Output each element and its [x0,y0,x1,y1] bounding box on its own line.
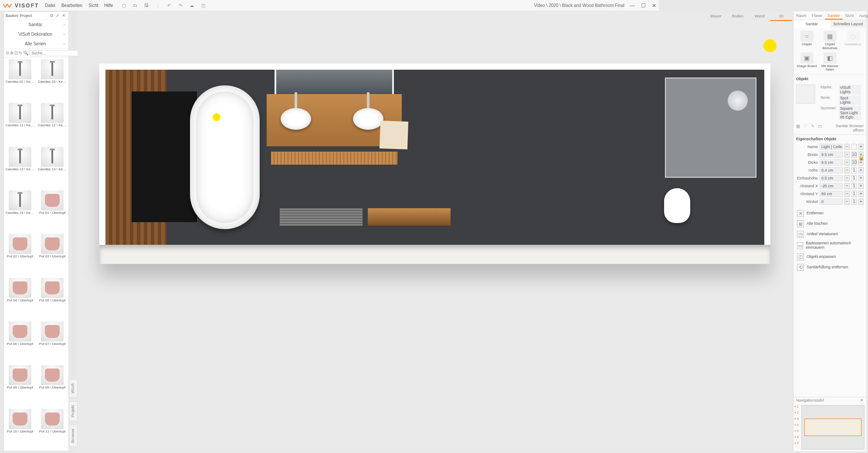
zoom-fit-icon[interactable]: ⊡ [14,51,18,56]
asset-thumb[interactable]: Pot 07 \ Übertopf [36,320,68,344]
asset-thumb[interactable]: Pot 02 \ Übertopf [4,232,36,276]
logo-icon [3,3,13,9]
zoom-out-icon[interactable]: ⊖ [6,51,9,56]
accordion-sanitaer[interactable]: Sanitär› [4,20,68,29]
asset-thumb[interactable]: Pot 04 \ Übertopf [4,276,36,320]
chevron-right-icon: › [63,31,65,37]
titlebar: VISOFT Datei Bearbeiten Sicht Hilfe ▢ 🗀 … [0,0,659,11]
asset-thumb[interactable]: Candles 02 \ Kerze [4,57,36,101]
undo-icon[interactable]: ↶ [166,3,172,9]
room-render [99,64,659,264]
viewport[interactable]: Mauer Boden Wand 3D [78,11,659,344]
chevron-right-icon: › [63,41,65,46]
asset-grid: Candles 02 \ KerzeCandles 03 \ KerzenCan… [4,57,68,344]
menu-hilfe[interactable]: Hilfe [104,3,113,8]
new-file-icon[interactable]: ▢ [121,3,127,9]
redo-icon[interactable]: ↷ [177,3,183,9]
basket-label: Basket: Project [6,14,48,18]
asset-thumb[interactable]: Pot 03 \ Übertopf [36,232,68,276]
accordion-alle-serien[interactable]: Alle Serien› [4,39,68,48]
main-menu: Datei Bearbeiten Sicht Hilfe [45,3,113,8]
asset-thumb[interactable]: Candles 14 \ Kerzen [36,145,68,189]
open-file-icon[interactable]: 🗀 [132,3,138,9]
asset-thumb[interactable]: Candles 03 \ Kerzen [36,57,68,101]
left-sidebar: Basket: Project ⧉ ⤢ ✕ Sanitär› ViSoft De… [3,11,69,344]
popout-icon[interactable]: ⧉ [48,13,54,18]
chevron-right-icon: › [63,22,65,27]
cloud-icon[interactable]: ☁ [189,3,195,9]
minimize-icon[interactable]: — [630,3,635,9]
search-icon: 🔍 [23,51,28,56]
zoom-in-icon[interactable]: ⊕ [10,51,14,56]
app-logo: VISOFT [3,3,39,9]
basket-header: Basket: Project ⧉ ⤢ ✕ [4,12,68,20]
asset-thumb[interactable]: Candles 11 \ Kerzen [4,101,36,145]
cursor-highlight-icon [213,113,220,121]
accordion-dekoration[interactable]: ViSoft Dekoration› [4,29,68,39]
asset-thumb[interactable]: Pot 05 \ Übertopf [36,276,68,320]
menu-sicht[interactable]: Sicht [88,3,98,8]
asset-thumb[interactable]: Pot 01 \ Übertopf [36,189,68,232]
refresh-icon[interactable]: ↻ [19,51,22,56]
menu-bearbeiten[interactable]: Bearbeiten [61,3,82,8]
maximize-icon[interactable]: ☐ [641,3,646,9]
asset-thumb[interactable]: Candles 12 \ Kerzen [36,101,68,145]
panel-close-icon[interactable]: ✕ [61,13,67,18]
expand-icon[interactable]: ⤢ [54,13,61,18]
menu-datei[interactable]: Datei [45,3,55,8]
app-name: VISOFT [15,3,39,9]
asset-thumb[interactable]: Pot 06 \ Übertopf [4,320,36,344]
window-icon[interactable]: ◫ [200,3,206,9]
project-title: Video \ 2020 \ Black and Wood Bathroom F… [534,3,624,8]
asset-thumb[interactable]: Candles 13 \ Kerzen [4,145,36,189]
save-icon[interactable]: 🖫 [143,3,149,9]
close-icon[interactable]: ✕ [652,3,656,9]
asset-thumb[interactable]: Candles 15 \ Kerze [4,189,36,232]
